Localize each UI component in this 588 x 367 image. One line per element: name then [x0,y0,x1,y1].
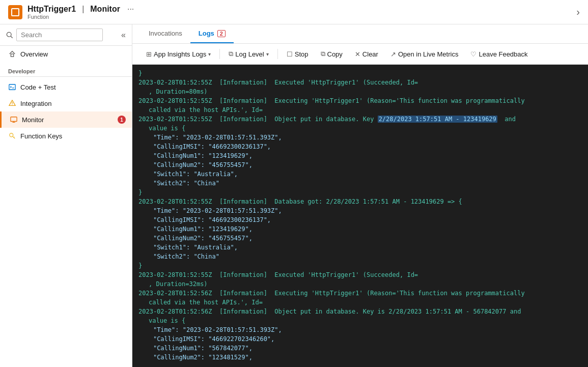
log-entry: 2023-02-28T01:52:55Z [Information] Datab… [138,197,582,206]
log-entry: , Duration=32ms) [138,279,582,289]
log-entry: 2023-02-28T01:52:55Z [Information] Objec… [138,115,582,124]
search-icon [6,32,13,39]
overview-icon [8,50,16,58]
log-entry: "Time": "2023-02-28T01:57:51.393Z", [138,325,582,334]
monitor-badge: 1 [118,116,126,124]
svg-point-13 [10,133,13,137]
log-level-chevron: ▾ [266,51,269,57]
open-live-metrics-button[interactable]: ↗ Open in Live Metrics [385,47,464,61]
clear-label: Clear [362,50,378,58]
sidebar-item-function-keys[interactable]: Function Keys [0,128,132,144]
header-title-group: HttpTrigger1 | Monitor ··· Function [27,5,134,20]
log-entry: "Time": "2023-02-28T01:57:51.393Z", [138,206,582,215]
tab-logs[interactable]: Logs 2 [190,24,234,43]
integration-icon [8,99,16,107]
log-entry: "CallingNum1": "123419629", [138,151,582,160]
sidebar-collapse-icon[interactable]: « [121,31,126,40]
log-area[interactable]: }2023-02-28T01:52:55Z [Information] Exec… [132,65,588,367]
sidebar-divider [0,76,132,77]
clear-button[interactable]: ✕ Clear [349,47,384,61]
sidebar-integration-label: Integration [20,100,51,107]
leave-feedback-label: Leave Feedback [479,50,527,58]
main-layout: « Overview Developer Code + Test Integra… [0,24,588,367]
log-entry: } [138,261,582,270]
log-level-button[interactable]: ⧉ Log Level ▾ [223,47,274,61]
chart-icon: ↗ [390,50,396,58]
log-entry: "CallingNum1": "567842077", [138,344,582,353]
more-options-icon[interactable]: ··· [127,5,134,14]
svg-line-1 [11,36,12,38]
log-entry: called via the host APIs.', Id= [138,298,582,307]
log-entry: "Switch1": "Australia", [138,170,582,179]
app-insights-button[interactable]: ⊞ App Insights Logs ▾ [141,47,216,61]
app-icon [8,5,22,19]
log-entry: "CallingIMSI": "46692300236137", [138,142,582,151]
sidebar-item-overview[interactable]: Overview [0,46,132,62]
log-entry: "CallingIMSI": "46692270234626​0", [138,334,582,344]
toolbar-sep-1 [219,49,220,59]
svg-line-5 [11,87,12,88]
app-icon-inner [11,8,19,16]
log-entry: 2023-02-28T01:52:56Z [Information] Objec… [138,307,582,316]
log-entry: "CallingNum2": "123481529", [138,353,582,362]
open-live-metrics-label: Open in Live Metrics [398,50,459,58]
log-entry: 2023-02-28T01:52:56Z [Information] Execu… [138,289,582,298]
stop-label: Stop [295,50,309,58]
log-entry: "Switch2": "China" [138,179,582,188]
sidebar-item-integration[interactable]: Integration [0,95,132,111]
leave-feedback-button[interactable]: ♡ Leave Feedback [465,47,533,61]
log-entry: "Switch1": "Australia", [138,243,582,252]
header-meta: Function [27,14,134,20]
sidebar-monitor-label: Monitor [22,116,44,124]
sidebar-search-area: « [0,24,132,46]
log-entry: "CallingIMSI": "46692300236137", [138,215,582,224]
heart-icon: ♡ [470,50,477,58]
copy-icon: ⧉ [321,50,325,58]
clear-icon: ✕ [355,50,360,58]
search-input[interactable] [16,29,103,41]
app-insights-chevron: ▾ [208,51,211,57]
app-insights-label: App Insights Logs [154,50,206,58]
sidebar-item-code-test[interactable]: Code + Test [0,79,132,95]
sidebar-function-keys-label: Function Keys [20,132,62,140]
tab-logs-badge: 2 [217,30,226,37]
copy-label: Copy [327,50,343,58]
log-entry: "CallingNum2": "456755457", [138,234,582,243]
log-entry: value is { [138,124,582,133]
log-entry: } [138,69,582,78]
log-entry: called via the host APIs.', Id= [138,105,582,115]
svg-rect-3 [9,84,15,90]
log-entry: "CallingNum2": "456755457", [138,160,582,170]
log-entry: 2023-02-28T01:52:55Z [Information] Execu… [138,96,582,105]
content-area: Invocations Logs 2 ⊞ App Insights Logs ▾… [132,24,588,367]
log-entry: value is { [138,316,582,325]
svg-rect-2 [11,54,13,57]
log-entry: , Duration=80ms) [138,87,582,96]
tab-invocations[interactable]: Invocations [141,24,190,43]
log-entry: } [138,188,582,197]
copy-button[interactable]: ⧉ Copy [315,47,348,61]
code-icon [8,83,16,91]
log-entry: 2023-02-28T01:52:55Z [Information] Execu… [138,78,582,87]
tab-logs-label: Logs [199,30,214,37]
log-entry: 2023-02-28T01:52:55Z [Information] Execu… [138,270,582,279]
page-section-name: Monitor [90,5,120,14]
key-icon [8,132,16,140]
log-level-label: Log Level [235,50,264,58]
table-icon: ⊞ [146,50,152,58]
tabs-bar: Invocations Logs 2 [132,24,588,44]
sidebar-overview-label: Overview [20,50,48,58]
stop-button[interactable]: ☐ Stop [281,47,314,61]
log-entry: "Switch2": "China" [138,252,582,261]
expand-icon[interactable]: › [576,6,580,18]
monitor-icon [10,116,18,124]
page-function-name: HttpTrigger1 [27,5,76,14]
stop-icon: ☐ [287,50,293,58]
sidebar-section-developer: Developer [0,62,132,76]
toolbar: ⊞ App Insights Logs ▾ ⧉ Log Level ▾ ☐ St… [132,44,588,65]
tab-invocations-label: Invocations [149,30,182,37]
sidebar-item-monitor[interactable]: Monitor 1 [0,111,132,128]
log-entry: "CallingNum1": "123419629", [138,224,582,234]
log-entry: "Time": "2023-02-28T01:57:51.393Z", [138,133,582,142]
toolbar-sep-2 [277,49,278,59]
